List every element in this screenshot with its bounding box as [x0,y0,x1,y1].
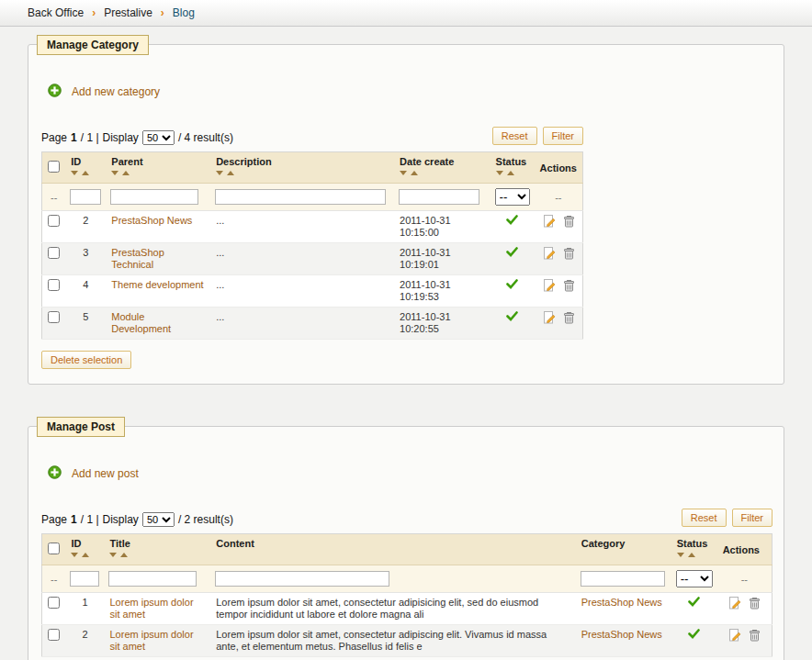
select-all-checkbox[interactable] [48,161,60,173]
sort-asc-icon[interactable] [507,171,514,175]
column-header-description[interactable]: Description [216,156,389,167]
add-new-category-link[interactable]: Add new category [45,84,160,99]
reset-button[interactable]: Reset [682,509,727,527]
filter-status-select[interactable]: -- [495,188,530,206]
sort-desc-icon[interactable] [71,171,78,175]
display-count-select[interactable]: 50 [142,130,175,145]
filter-description-input[interactable] [215,189,386,205]
delete-icon[interactable] [564,216,574,230]
post-table: ID Title Content Category Status Actions… [41,533,773,657]
category-link[interactable]: Module Development [111,311,171,334]
filter-category-input[interactable] [581,571,665,587]
sort-asc-icon[interactable] [120,553,128,557]
sort-asc-icon[interactable] [411,171,418,175]
sort-desc-icon[interactable] [677,553,684,557]
edit-icon[interactable] [543,311,556,327]
display-count-select[interactable]: 50 [142,512,175,527]
column-header-title[interactable]: Title [109,538,205,549]
cell-id: 3 [65,243,106,275]
delete-icon[interactable] [564,248,574,263]
column-header-date-create[interactable]: Date create [400,156,485,167]
status-enabled-icon[interactable] [688,597,700,610]
sort-asc-icon[interactable] [82,171,89,175]
row-checkbox[interactable] [48,597,60,609]
row-checkbox[interactable] [48,247,60,259]
delete-icon[interactable] [750,598,760,612]
category-link[interactable]: PrestaShop News [111,215,192,226]
filter-dash: -- [42,184,66,211]
status-enabled-icon[interactable] [506,279,518,292]
row-checkbox[interactable] [48,279,60,291]
sort-asc-icon[interactable] [688,553,695,557]
filter-button[interactable]: Filter [732,509,773,527]
add-new-category-label[interactable]: Add new category [72,85,160,98]
edit-icon[interactable] [543,247,556,263]
column-header-status[interactable]: Status [496,156,529,167]
manage-post-panel: Manage Post Add new post Page 1 / 1 | Di… [28,426,784,660]
sort-asc-icon[interactable] [82,553,89,557]
filter-id-input[interactable] [70,189,101,205]
delete-icon[interactable] [564,312,574,327]
filter-button[interactable]: Filter [543,127,583,145]
status-enabled-icon[interactable] [506,247,518,260]
breadcrumb-item-blog[interactable]: Blog [173,6,195,19]
delete-icon[interactable] [564,280,574,295]
status-enabled-icon[interactable] [506,215,518,228]
edit-icon[interactable] [728,629,741,644]
status-enabled-icon[interactable] [688,629,700,642]
column-header-category: Category [581,538,666,549]
breadcrumb-item-back-office[interactable]: Back Office [28,6,84,19]
cell-description: ... [210,308,394,340]
filter-status-select[interactable]: -- [676,570,713,587]
add-new-post-label[interactable]: Add new post [72,467,139,480]
post-list: Page 1 / 1 | Display 50 / 2 result(s) Re… [41,509,773,660]
category-pagination: Page 1 / 1 | Display 50 / 4 result(s) [41,130,233,145]
post-title-link[interactable]: Lorem ipsum dolor sit amet [109,597,193,620]
sort-desc-icon[interactable] [496,171,503,175]
filter-content-input[interactable] [215,571,389,587]
reset-button[interactable]: Reset [492,127,537,145]
total-pages: / 1 | [81,131,99,144]
column-header-id[interactable]: ID [71,156,100,167]
filter-id-input[interactable] [70,571,99,587]
filter-title-input[interactable] [108,571,197,587]
select-all-checkbox[interactable] [48,543,60,554]
add-new-post-link[interactable]: Add new post [45,465,139,481]
delete-selection-button[interactable]: Delete selection [41,351,131,369]
cell-content: Lorem ipsum dolor sit amet, consectetur … [210,593,575,625]
sort-desc-icon[interactable] [111,171,118,175]
sort-desc-icon[interactable] [109,553,117,557]
sort-desc-icon[interactable] [400,171,407,175]
filter-parent-input[interactable] [110,189,198,205]
edit-icon[interactable] [728,597,741,612]
breadcrumb: Back Office › Prestalive › Blog [0,0,812,27]
cell-id: 1 [65,593,104,625]
sort-desc-icon[interactable] [71,553,78,557]
column-header-actions: Actions [540,162,577,173]
post-pagination: Page 1 / 1 | Display 50 / 2 result(s) [41,512,233,527]
filter-date-input[interactable] [399,189,479,205]
sort-asc-icon[interactable] [227,171,234,175]
sort-desc-icon[interactable] [216,171,223,175]
cell-description: ... [210,211,394,243]
column-header-content: Content [216,538,570,549]
category-link[interactable]: Theme development [111,279,203,290]
column-header-status[interactable]: Status [677,538,712,549]
display-label: Display [103,513,139,526]
edit-icon[interactable] [543,215,556,230]
cell-id: 5 [65,308,106,340]
row-checkbox[interactable] [48,215,60,227]
column-header-id[interactable]: ID [71,538,98,549]
post-category-link[interactable]: PrestaShop News [581,597,662,608]
breadcrumb-item-prestalive[interactable]: Prestalive [104,6,152,19]
sort-asc-icon[interactable] [122,171,130,175]
status-enabled-icon[interactable] [506,311,518,324]
edit-icon[interactable] [543,279,556,295]
post-title-link[interactable]: Lorem ipsum dolor sit amet [109,629,193,652]
row-checkbox[interactable] [48,629,60,641]
row-checkbox[interactable] [48,311,60,323]
category-link[interactable]: PrestaShop Technical [111,247,164,270]
post-category-link[interactable]: PrestaShop News [581,629,662,640]
delete-icon[interactable] [750,630,760,644]
column-header-parent[interactable]: Parent [111,156,205,167]
